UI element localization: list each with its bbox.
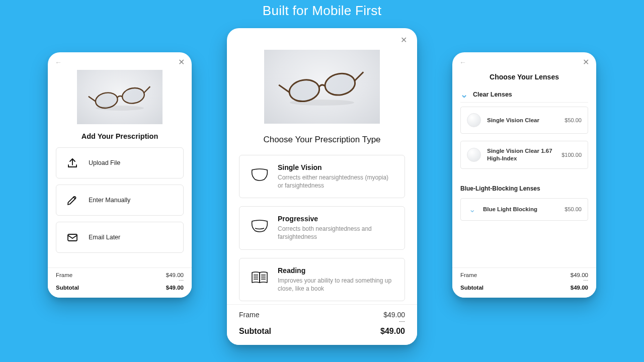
hero-title: Built for Mobile First [0,3,644,19]
svg-rect-5 [68,234,77,241]
card-title: Choose Your Prescription Type [263,135,380,145]
card-content: Choose Your Prescription Type Single Vis… [227,50,417,304]
option-label: Email Later [89,234,120,241]
option-enter-manually[interactable]: Enter Manually [56,185,184,216]
card-title: Add Your Prescription [82,132,158,140]
phone-add-prescription: ← ✕ Add Your Prescription [48,52,192,298]
option-desc: Corrects either nearsightedness (myopia)… [278,173,395,190]
topbar: ← ✕ [48,52,192,70]
option-label: Reading [278,266,395,275]
subtotal-price: $49.00 [380,327,405,336]
price-summary: Frame $49.00 --- Subtotal $49.00 [227,304,417,345]
card-title: Choose Your Lenses [460,73,588,81]
option-email-later[interactable]: Email Later [56,222,184,253]
upload-icon [63,154,82,172]
svg-point-10 [290,100,354,106]
lens-name: Blue Light Blocking [483,206,558,213]
lens-price: $50.00 [565,117,582,123]
svg-line-9 [354,72,365,81]
option-upload-file[interactable]: Upload File [56,147,184,178]
lens-name: Single Vision Clear [487,117,558,124]
lens-option[interactable]: ⌄ Blue Light Blocking $50.00 [460,198,588,221]
card-content: Add Your Prescription Upload File Enter … [48,70,192,267]
section-label: Clear Lenses [473,91,512,98]
back-icon[interactable]: ← [459,58,465,66]
lens-option[interactable]: Single Vision Clear 1.67 High-Index $100… [460,141,588,169]
option-label: Upload File [89,159,120,166]
lens-swatch [467,113,481,127]
section-clear-lenses[interactable]: ⌄ Clear Lenses [460,88,588,103]
dash: --- [583,277,588,283]
option-label: Enter Manually [89,197,130,204]
lens-option[interactable]: Single Vision Clear $50.00 [460,107,588,134]
svg-point-1 [121,86,146,105]
phone-choose-lenses: ← ✕ Choose Your Lenses ⌄ Clear Lenses Si… [452,52,596,298]
lens-swatch [467,148,481,162]
lens-price: $50.00 [565,206,582,212]
price-summary: Frame $49.00 --- Subtotal $49.00 [452,267,596,298]
frame-label: Frame [56,272,72,278]
dash: --- [399,318,405,325]
option-label: Single Vision [278,163,395,171]
option-reading[interactable]: Reading Improves your ability to read so… [239,258,405,301]
section-blue-light: Blue-Light-Blocking Lenses [460,185,588,192]
option-progressive[interactable]: Progressive Corrects both nearsightednes… [239,206,405,249]
svg-point-7 [324,71,357,98]
product-image [264,50,380,124]
svg-line-3 [143,86,151,93]
option-label: Progressive [278,215,395,223]
subtotal-label: Subtotal [239,327,271,336]
lens-single-icon [249,163,271,186]
subtotal-label: Subtotal [460,285,484,291]
close-icon[interactable]: ✕ [178,57,185,67]
svg-line-2 [89,96,96,103]
pencil-icon [63,191,82,209]
phone-prescription-type: ✕ Choose Your Prescription Type [227,28,417,345]
topbar: ← ✕ [452,52,596,70]
phone-row: ← ✕ Add Your Prescription [0,24,644,362]
close-icon[interactable]: ✕ [400,35,407,45]
option-single-vision[interactable]: Single Vision Corrects either nearsighte… [239,155,405,198]
mail-icon [63,228,82,246]
chevron-down-icon: ⌄ [460,92,468,98]
frame-label: Frame [460,272,477,278]
option-desc: Corrects both nearsightedness and farsig… [278,225,395,241]
subtotal-price: $49.00 [166,285,184,291]
back-icon[interactable]: ← [55,58,61,66]
frame-label: Frame [239,311,259,319]
lens-price: $100.00 [561,152,582,158]
svg-line-8 [279,83,289,94]
product-image [77,70,163,124]
dash: --- [179,277,184,283]
close-icon[interactable]: ✕ [583,57,589,67]
topbar: ✕ [227,28,417,50]
card-content: Choose Your Lenses ⌄ Clear Lenses Single… [452,70,596,267]
option-desc: Improves your ability to read something … [278,277,395,293]
chevron-down-icon: ⌄ [467,205,477,214]
lens-progressive-icon [249,215,271,237]
price-summary: Frame $49.00 --- Subtotal $49.00 [48,267,192,298]
subtotal-label: Subtotal [56,285,79,291]
subtotal-price: $49.00 [571,285,588,291]
lens-name: Single Vision Clear 1.67 High-Index [487,147,555,162]
svg-point-4 [96,106,144,111]
book-icon [249,266,271,289]
